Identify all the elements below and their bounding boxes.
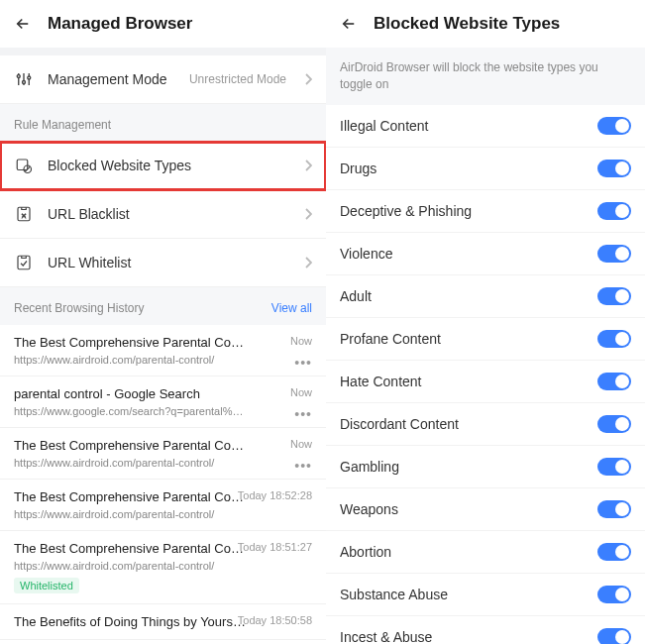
history-item[interactable]: The Benefits of Doing Things by Yours… T… [0,604,326,640]
history-item-time: Now [290,438,312,450]
toggle-row: Gambling [326,446,645,488]
toggle-switch[interactable] [597,458,631,476]
header: Managed Browser [0,0,326,48]
svg-point-3 [17,75,20,78]
toggle-label: Deceptive & Phishing [340,203,472,219]
history-item[interactable]: parental control - Google Search https:/… [0,376,326,428]
toggle-switch[interactable] [597,117,631,135]
toggle-label: Weapons [340,501,398,517]
chevron-right-icon [304,160,312,171]
toggle-row: Weapons [326,488,645,531]
more-icon[interactable]: ••• [294,406,312,422]
history-item-url: https://www.google.com/search?q=parental… [14,405,312,417]
toggle-label: Incest & Abuse [340,629,432,644]
back-button[interactable] [14,15,32,33]
rule-management-title: Rule Management [0,104,326,142]
toggle-switch[interactable] [597,160,631,177]
history-item-title: The Best Comprehensive Parental Control … [14,335,312,350]
toggle-switch[interactable] [597,373,631,390]
management-mode-row[interactable]: Management Mode Unrestricted Mode [0,55,326,104]
toggle-label: Abortion [340,544,391,560]
toggle-label: Violence [340,246,392,262]
toggle-row: Hate Content [326,361,645,403]
whitelist-icon [14,253,34,272]
chevron-right-icon [304,73,312,85]
toggle-switch[interactable] [597,330,631,348]
description: AirDroid Browser will block the website … [326,48,645,105]
header: Blocked Website Types [326,0,645,48]
toggle-label: Substance Abuse [340,587,448,602]
svg-point-5 [28,76,31,79]
more-icon[interactable]: ••• [294,355,312,371]
sliders-icon [14,69,34,89]
toggle-switch[interactable] [597,543,631,561]
view-all-link[interactable]: View all [271,301,312,315]
toggle-switch[interactable] [597,202,631,220]
toggle-switch[interactable] [597,628,631,644]
page-title: Managed Browser [48,14,192,34]
whitelisted-badge: Whitelisted [14,578,79,593]
toggle-label: Gambling [340,459,399,475]
history-header: Recent Browsing History View all [0,287,326,325]
history-item-title: The Best Comprehensive Parental Control … [14,438,312,453]
rule-label: Blocked Website Types [48,158,290,173]
toggle-row: Incest & Abuse [326,616,645,644]
toggle-row: Illegal Content [326,105,645,148]
back-button[interactable] [340,15,358,33]
toggle-row: Profane Content [326,318,645,361]
management-mode-value: Unrestricted Mode [189,72,286,86]
managed-browser-panel: Managed Browser Management Mode Unrestri… [0,0,326,644]
history-item-time: Today 18:50:58 [238,614,312,626]
history-title: Recent Browsing History [14,301,144,315]
page-title: Blocked Website Types [374,14,560,34]
toggle-row: Discordant Content [326,403,645,446]
toggle-label: Illegal Content [340,118,429,134]
history-item-time: Now [290,386,312,398]
toggle-row: Abortion [326,531,645,574]
history-item-url: https://www.airdroid.com/parental-contro… [14,354,312,366]
toggle-label: Profane Content [340,331,441,347]
history-item[interactable]: The Best Comprehensive Parental Control … [0,428,326,480]
history-item-url: https://www.airdroid.com/parental-contro… [14,560,312,572]
toggle-row: Adult [326,275,645,318]
history-item-url: https://www.airdroid.com/parental-contro… [14,508,312,520]
history-item-title: parental control - Google Search [14,386,312,401]
toggle-row: Violence [326,233,645,275]
history-list: The Best Comprehensive Parental Control … [0,325,326,640]
rule-label: URL Blacklist [48,206,290,222]
toggle-switch[interactable] [597,500,631,518]
divider [0,48,326,55]
arrow-left-icon [340,15,358,33]
toggle-list: Illegal ContentDrugsDeceptive & Phishing… [326,105,645,644]
blocked-website-types-panel: Blocked Website Types AirDroid Browser w… [326,0,645,644]
history-item-time: Now [290,335,312,347]
toggle-row: Substance Abuse [326,574,645,616]
toggle-row: Drugs [326,148,645,190]
chevron-right-icon [304,208,312,220]
toggle-label: Hate Content [340,374,422,389]
chevron-right-icon [304,257,312,268]
blocked-types-icon [14,156,34,175]
svg-rect-6 [17,160,28,170]
history-item[interactable]: The Best Comprehensive Parental Co… http… [0,531,326,604]
url-blacklist-row[interactable]: URL Blacklist [0,190,326,239]
toggle-switch[interactable] [597,245,631,263]
svg-point-4 [23,81,26,84]
history-item-time: Today 18:52:28 [238,489,312,501]
history-item[interactable]: The Best Comprehensive Parental Control … [0,325,326,376]
url-whitelist-row[interactable]: URL Whitelist [0,239,326,287]
toggle-switch[interactable] [597,415,631,433]
toggle-row: Deceptive & Phishing [326,190,645,233]
toggle-label: Discordant Content [340,416,459,432]
blacklist-icon [14,204,34,224]
history-item-time: Today 18:51:27 [238,541,312,553]
arrow-left-icon [14,15,32,33]
history-item-url: https://www.airdroid.com/parental-contro… [14,457,312,469]
management-mode-label: Management Mode [48,71,175,87]
history-item[interactable]: The Best Comprehensive Parental Co… http… [0,480,326,531]
toggle-switch[interactable] [597,287,631,305]
more-icon[interactable]: ••• [294,458,312,474]
toggle-switch[interactable] [597,586,631,603]
rule-label: URL Whitelist [48,255,290,270]
blocked-website-types-row[interactable]: Blocked Website Types [0,142,326,190]
